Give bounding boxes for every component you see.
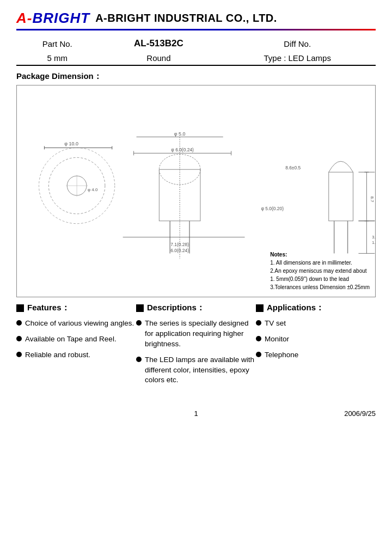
application-item-1: Monitor <box>256 334 376 345</box>
feature-item-1: Available on Tape and Reel. <box>16 334 136 345</box>
circle-bullet-icon <box>256 320 261 326</box>
svg-text:8.6±0.5: 8.6±0.5 <box>285 165 301 170</box>
page-header: A-BRIGHT A-BRIGHT INDUSTRIAL CO., LTD. <box>16 10 376 27</box>
diagram-box: φ 10.0 φ 4.0 φ 5.0 7.1(0.28) 6.0(0.24) <box>16 85 376 297</box>
note-1: 1. All dimensions are in millimeter. <box>270 259 370 267</box>
features-header: Features： <box>16 303 136 313</box>
svg-text:φ 5.0: φ 5.0 <box>174 131 186 137</box>
note-2: 2.An epoxy meniscus may extend about <box>270 267 370 275</box>
part-no-value: AL-513B2C <box>98 36 219 51</box>
application-text-2: Telephone <box>265 350 298 360</box>
description-text-0: The series is specially designed for app… <box>145 319 256 350</box>
part-no-label: Part No. <box>16 36 98 51</box>
svg-text:6.0(0.24): 6.0(0.24) <box>170 248 189 253</box>
descriptions-column: Descriptions： The series is specially de… <box>136 303 256 391</box>
notes-area: Notes: 1. All dimensions are in millimet… <box>270 250 370 291</box>
description-item-0: The series is specially designed for app… <box>136 319 256 350</box>
svg-text:7.1(0.28): 7.1(0.28) <box>170 242 189 247</box>
circle-bullet-icon <box>16 336 22 341</box>
page-number: 1 <box>136 409 256 418</box>
svg-text:φ 4.0: φ 4.0 <box>88 187 98 192</box>
part-info-divider <box>16 65 376 66</box>
applications-column: Applications： TV set Monitor Telephone <box>256 303 376 391</box>
package-title: Package Dimension： <box>16 71 376 82</box>
page-footer: 1 2006/9/25 <box>16 407 376 418</box>
circle-bullet-icon <box>16 352 22 357</box>
bottom-section: Features： Choice of various viewing angl… <box>16 303 376 391</box>
circle-bullet-icon <box>256 352 261 357</box>
features-header-text: Features： <box>27 303 70 313</box>
type-label: Type : LED Lamps <box>219 51 376 65</box>
circle-bullet-icon <box>136 320 142 326</box>
features-bullet-icon <box>16 304 24 312</box>
shape-label: Round <box>98 51 219 65</box>
descriptions-header: Descriptions： <box>136 303 256 313</box>
application-item-0: TV set <box>256 319 376 329</box>
svg-text:1.0: 1.0 <box>372 240 375 245</box>
header-divider <box>16 29 376 30</box>
application-text-0: TV set <box>265 319 286 329</box>
circle-bullet-icon <box>16 320 22 326</box>
svg-text:φ 10.0: φ 10.0 <box>64 141 78 146</box>
feature-item-2: Reliable and robust. <box>16 350 136 360</box>
feature-item-0: Choice of various viewing angles. <box>16 319 136 329</box>
diff-no-label: Diff No. <box>219 36 376 51</box>
svg-text:φ 5.0(0.20): φ 5.0(0.20) <box>261 206 284 211</box>
application-item-2: Telephone <box>256 350 376 360</box>
feature-text-1: Available on Tape and Reel. <box>25 334 117 345</box>
descriptions-bullet-icon <box>136 304 144 312</box>
note-3: 1. 5mm(0.059") down to the lead <box>270 275 370 283</box>
application-text-1: Monitor <box>265 334 289 345</box>
svg-text:3.0: 3.0 <box>372 235 375 240</box>
circle-bullet-icon <box>256 336 261 341</box>
part-info-table: Part No. AL-513B2C Diff No. 5 mm Round T… <box>16 36 376 65</box>
descriptions-header-text: Descriptions： <box>147 303 205 313</box>
size-label: 5 mm <box>16 51 98 65</box>
note-4: 3.Tolerances unless Dimension ±0.25mm <box>270 283 370 291</box>
description-item-1: The LED lamps are available with differe… <box>136 355 256 386</box>
applications-header: Applications： <box>256 303 376 313</box>
features-column: Features： Choice of various viewing angl… <box>16 303 136 391</box>
applications-header-text: Applications： <box>267 303 324 313</box>
footer-date: 2006/9/25 <box>256 409 376 418</box>
feature-text-0: Choice of various viewing angles. <box>25 319 134 329</box>
notes-title: Notes: <box>270 250 370 259</box>
circle-bullet-icon <box>136 357 142 362</box>
company-name: A-BRIGHT INDUSTRIAL CO., LTD. <box>95 12 277 25</box>
logo: A-BRIGHT <box>16 10 90 27</box>
svg-rect-20 <box>329 172 353 221</box>
applications-bullet-icon <box>256 304 264 312</box>
description-text-1: The LED lamps are available with differe… <box>145 355 256 386</box>
svg-text:φ 6.0(0.24): φ 6.0(0.24) <box>171 147 194 152</box>
feature-text-2: Reliable and robust. <box>25 350 90 360</box>
svg-text:8.7: 8.7 <box>370 196 375 203</box>
